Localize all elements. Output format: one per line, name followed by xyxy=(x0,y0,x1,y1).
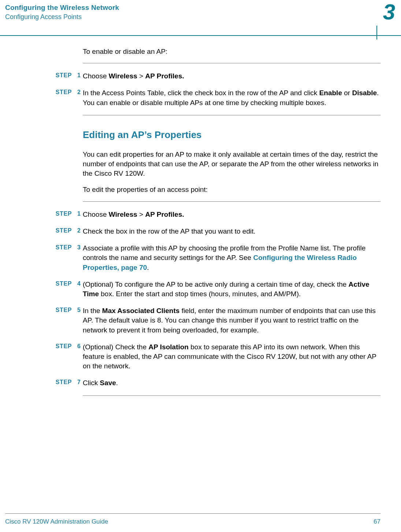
step-body: Choose Wireless > AP Profiles. xyxy=(83,71,380,81)
step-body: (Optional) Check the AP Isolation box to… xyxy=(83,342,380,371)
step: STEP1Choose Wireless > AP Profiles. xyxy=(83,71,380,81)
divider xyxy=(83,63,380,63)
text: . xyxy=(116,379,118,387)
page-number: 67 xyxy=(374,518,380,525)
section-heading: Editing an AP’s Properties xyxy=(83,129,380,142)
step-body: In the Max Associated Clients field, ent… xyxy=(83,306,380,335)
chapter-subtitle: Configuring Access Points xyxy=(5,13,380,21)
text: > xyxy=(137,211,145,218)
text: Choose xyxy=(83,72,109,80)
step: STEP1Choose Wireless > AP Profiles. xyxy=(83,210,380,219)
section-paragraph: You can edit properties for an AP to mak… xyxy=(83,150,380,179)
step-label: STEP6 xyxy=(40,342,81,350)
chapter-number: 3 xyxy=(383,0,395,25)
text: or xyxy=(342,89,352,97)
text: (Optional) Check the xyxy=(83,343,149,351)
step: STEP4(Optional) To configure the AP to b… xyxy=(83,280,380,299)
step: STEP2Check the box in the row of the AP … xyxy=(83,227,380,236)
footer-guide: Cisco RV 120W Administration Guide xyxy=(5,518,108,525)
step-label: STEP1 xyxy=(40,71,81,79)
text: Check the box in the row of the AP that … xyxy=(83,227,256,235)
step-body: Check the box in the row of the AP that … xyxy=(83,227,380,236)
bold-text: Save xyxy=(100,379,116,387)
step: STEP2In the Access Points Table, click t… xyxy=(83,88,380,107)
bold-text: AP Profiles. xyxy=(145,72,184,80)
step-body: Associate a profile with this AP by choo… xyxy=(83,243,380,272)
text: In the Access Points Table, click the ch… xyxy=(83,89,319,97)
vertical-rule xyxy=(376,26,377,40)
header-rule xyxy=(0,35,401,36)
bold-text: Wireless xyxy=(109,72,137,80)
step: STEP5In the Max Associated Clients field… xyxy=(83,306,380,335)
text: Choose xyxy=(83,211,109,218)
section-paragraph: To edit the properties of an access poin… xyxy=(83,185,380,194)
bold-text: Wireless xyxy=(109,211,137,218)
text: . xyxy=(147,264,149,271)
step-label: STEP2 xyxy=(40,88,81,96)
divider xyxy=(83,395,380,396)
chapter-title: Configuring the Wireless Network xyxy=(5,4,380,12)
text: box. Enter the start and stop times (hou… xyxy=(99,290,301,298)
text: In the xyxy=(83,307,102,315)
bold-text: AP Isolation xyxy=(149,343,189,351)
step-body: Click Save. xyxy=(83,378,380,388)
step-label: STEP7 xyxy=(40,378,81,386)
step: STEP6(Optional) Check the AP Isolation b… xyxy=(83,342,380,371)
step-label: STEP1 xyxy=(40,210,81,218)
step: STEP3Associate a profile with this AP by… xyxy=(83,243,380,272)
bold-text: Max Associated Clients xyxy=(102,307,180,315)
step-body: Choose Wireless > AP Profiles. xyxy=(83,210,380,219)
divider xyxy=(83,115,380,115)
step-label: STEP5 xyxy=(40,306,81,314)
step-body: (Optional) To configure the AP to be act… xyxy=(83,280,380,299)
footer-rule xyxy=(5,513,380,514)
step-label: STEP4 xyxy=(40,280,81,288)
intro-text: To enable or disable an AP: xyxy=(83,47,380,56)
text: (Optional) To configure the AP to be act… xyxy=(83,280,349,288)
step-body: In the Access Points Table, click the ch… xyxy=(83,88,380,107)
bold-text: Enable xyxy=(319,89,342,97)
step: STEP7Click Save. xyxy=(83,378,380,388)
step-label: STEP3 xyxy=(40,243,81,252)
bold-text: Disable xyxy=(352,89,377,97)
text: Click xyxy=(83,379,100,387)
divider xyxy=(83,201,380,202)
step-label: STEP2 xyxy=(40,227,81,235)
text: > xyxy=(137,72,145,80)
bold-text: AP Profiles. xyxy=(145,211,184,218)
